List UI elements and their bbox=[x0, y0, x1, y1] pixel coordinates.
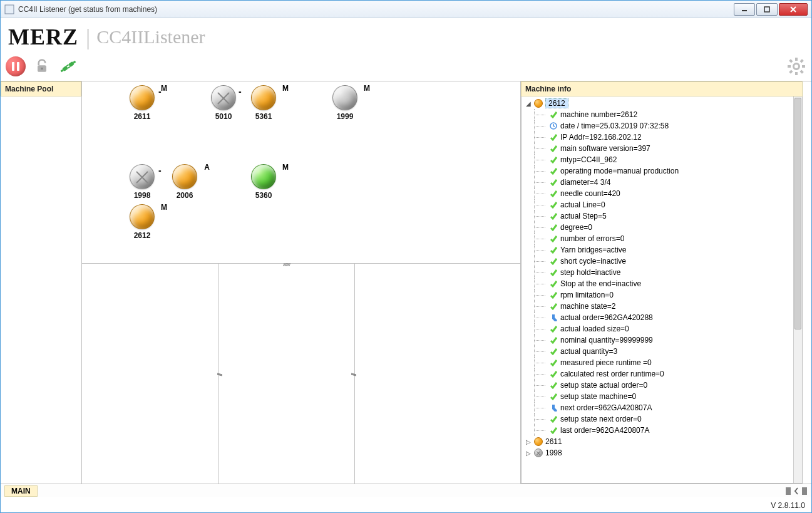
tree-item[interactable]: actual Step=5 bbox=[522, 210, 802, 222]
tree-node-label: 2611 bbox=[545, 437, 562, 446]
grid-col-3[interactable] bbox=[355, 264, 520, 484]
status-ball[interactable] bbox=[251, 164, 276, 189]
status-ball[interactable] bbox=[130, 164, 155, 189]
status-ball[interactable] bbox=[130, 85, 155, 110]
tree-node-2612[interactable]: ◢2612 bbox=[522, 98, 802, 109]
check-icon bbox=[549, 155, 558, 164]
machine-5361[interactable]: M5361 bbox=[247, 85, 280, 121]
check-icon bbox=[549, 415, 558, 423]
machine-2611[interactable]: M2611 bbox=[126, 85, 158, 121]
machine-tag: M bbox=[161, 203, 167, 212]
status-ball[interactable] bbox=[172, 164, 197, 189]
tree-item-label: Yarn bridges=active bbox=[560, 246, 627, 254]
scrollbar[interactable] bbox=[793, 96, 802, 483]
status-ball[interactable] bbox=[130, 204, 155, 229]
tree-item-label: degree=0 bbox=[560, 223, 592, 232]
pause-button[interactable] bbox=[6, 56, 26, 76]
machine-1999[interactable]: M1999 bbox=[329, 85, 361, 121]
tree-item[interactable]: setup state machine=0 bbox=[522, 391, 802, 402]
tree-item[interactable]: rpm limitation=0 bbox=[522, 289, 802, 301]
chevron-left-icon[interactable] bbox=[794, 487, 799, 495]
machine-2006[interactable]: A2006 bbox=[168, 164, 201, 200]
check-icon bbox=[549, 144, 558, 153]
status-main[interactable]: MAIN bbox=[4, 485, 38, 497]
check-icon bbox=[549, 381, 558, 390]
tree-item[interactable]: machine state=2 bbox=[522, 301, 802, 312]
machine-5360[interactable]: M5360 bbox=[247, 164, 280, 200]
tree-item[interactable]: short cycle=inactive bbox=[522, 256, 802, 267]
tree-item[interactable]: setup state actual order=0 bbox=[522, 380, 802, 391]
tree-item[interactable]: operating mode=manual production bbox=[522, 165, 802, 177]
tree-item[interactable]: date / time=25.03.2019 07:32:58 bbox=[522, 120, 802, 132]
group-dash: - bbox=[158, 86, 162, 96]
grid-col-2[interactable]: ///////// //// //// bbox=[218, 264, 355, 484]
pool-grid: ///////// //// //// bbox=[82, 263, 520, 484]
tree-item[interactable]: actual order=962GA420288 bbox=[522, 312, 802, 323]
tree-item[interactable]: next order=962GA420807A bbox=[522, 402, 802, 413]
tree-item[interactable]: needle count=420 bbox=[522, 188, 802, 199]
expand-icon[interactable]: ▷ bbox=[525, 438, 532, 445]
sidebar: Machine Pool bbox=[1, 81, 82, 484]
status-ball[interactable] bbox=[211, 85, 236, 110]
svg-rect-13 bbox=[795, 58, 798, 61]
scrollbar-thumb[interactable] bbox=[794, 98, 801, 329]
tree-node-2611[interactable]: ▷2611 bbox=[522, 436, 802, 447]
machine-id-label: 2612 bbox=[126, 231, 158, 240]
svg-rect-18 bbox=[799, 70, 803, 73]
main-area: Machine Pool M26115010M5361M19991998A200… bbox=[1, 81, 811, 484]
svg-point-6 bbox=[41, 68, 43, 70]
tree-item[interactable]: Yarn bridges=active bbox=[522, 244, 802, 256]
tree-item[interactable]: diameter=4 3/4 bbox=[522, 177, 802, 188]
maximize-button[interactable] bbox=[756, 3, 778, 16]
tree-item-label: actual order=962GA420288 bbox=[560, 313, 653, 322]
window-buttons bbox=[732, 3, 808, 16]
machine-1998[interactable]: 1998 bbox=[126, 164, 158, 200]
connection-button[interactable] bbox=[58, 56, 78, 76]
tree-item[interactable]: mtyp=CC4II_962 bbox=[522, 154, 802, 165]
machine-id-label: 1998 bbox=[126, 191, 158, 200]
sock-icon bbox=[549, 313, 558, 322]
tree-item[interactable]: machine number=2612 bbox=[522, 109, 802, 120]
status-ball[interactable] bbox=[332, 85, 357, 110]
close-button[interactable] bbox=[779, 3, 808, 16]
tree-item[interactable]: actual Line=0 bbox=[522, 199, 802, 210]
check-icon bbox=[549, 257, 558, 266]
tree-item[interactable]: Stop at the end=inactive bbox=[522, 278, 802, 289]
tree-item[interactable]: actual quantity=3 bbox=[522, 346, 802, 357]
collapse-icon[interactable]: ◢ bbox=[525, 100, 532, 107]
tree-item-label: machine state=2 bbox=[560, 302, 615, 311]
version-label: V 2.8.11.0 bbox=[771, 501, 805, 510]
tree-item[interactable]: actual loaded size=0 bbox=[522, 323, 802, 334]
panel-icon bbox=[801, 487, 808, 495]
app-icon bbox=[4, 4, 14, 14]
tree-node-1998[interactable]: ▷1998 bbox=[522, 447, 802, 459]
tree-item[interactable]: setup state next order=0 bbox=[522, 413, 802, 425]
info-tree[interactable]: ◢2612machine number=2612date / time=25.0… bbox=[521, 96, 803, 484]
tree-item[interactable]: last order=962GA420807A bbox=[522, 425, 802, 436]
drag-handle-icon[interactable]: ///////// bbox=[283, 262, 290, 267]
machine-2612[interactable]: M2612 bbox=[126, 204, 158, 240]
tree-item[interactable]: step hold=inactive bbox=[522, 267, 802, 278]
tree-item-label: needle count=420 bbox=[560, 189, 620, 198]
grid-col-1[interactable] bbox=[82, 264, 218, 484]
sidebar-title: Machine Pool bbox=[1, 81, 81, 96]
minimize-button[interactable] bbox=[734, 3, 755, 16]
sock-icon bbox=[549, 403, 558, 412]
lock-button[interactable] bbox=[32, 56, 52, 76]
tree-item[interactable]: IP Addr=192.168.202.12 bbox=[522, 132, 802, 143]
machine-5010[interactable]: 5010 bbox=[207, 85, 240, 121]
tree-item[interactable]: calculated rest order runtime=0 bbox=[522, 368, 802, 380]
tree-item[interactable]: measured piece runtime =0 bbox=[522, 357, 802, 368]
drag-handle-icon[interactable]: //// bbox=[216, 373, 223, 375]
tree-item[interactable]: number of errors=0 bbox=[522, 233, 802, 244]
settings-button[interactable] bbox=[786, 56, 806, 76]
tree-item[interactable]: main software version=397 bbox=[522, 143, 802, 154]
group-dash: - bbox=[239, 86, 242, 96]
tree-item[interactable]: degree=0 bbox=[522, 222, 802, 233]
svg-rect-17 bbox=[789, 59, 793, 63]
tree-item[interactable]: nominal quantity=99999999 bbox=[522, 334, 802, 346]
check-icon bbox=[549, 291, 558, 299]
status-ball[interactable] bbox=[251, 85, 276, 110]
expand-icon[interactable]: ▷ bbox=[525, 450, 532, 457]
pool-canvas[interactable]: M26115010M5361M19991998A2006M5360M2612--… bbox=[82, 81, 520, 263]
